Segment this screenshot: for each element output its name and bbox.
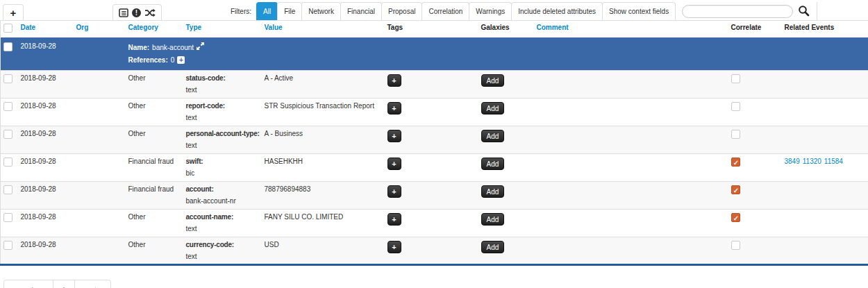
- row-select-checkbox[interactable]: [3, 213, 12, 222]
- current-page-button[interactable]: 1: [53, 280, 75, 288]
- table-row[interactable]: 2018-09-28 Financial fraud account: bank…: [1, 182, 868, 210]
- add-galaxy-button[interactable]: Add: [481, 130, 505, 142]
- search-icon[interactable]: [798, 5, 810, 18]
- search-cell: [675, 2, 817, 20]
- correlate-checkbox[interactable]: [731, 158, 740, 167]
- row-select-checkbox[interactable]: [3, 241, 12, 250]
- related-events-cell: [782, 99, 868, 126]
- add-tag-button[interactable]: +: [387, 130, 401, 142]
- column-label[interactable]: Comment: [537, 24, 569, 31]
- add-tag-button[interactable]: +: [387, 74, 401, 87]
- column-label[interactable]: Value: [265, 24, 283, 31]
- add-tag-button[interactable]: +: [387, 241, 401, 253]
- comment-cell: [534, 154, 728, 182]
- row-select-checkbox[interactable]: [3, 74, 12, 83]
- category-cell: Other: [126, 210, 183, 237]
- column-label[interactable]: Type: [186, 24, 202, 31]
- table-row[interactable]: 2018-09-28 Other status-code: text A - A…: [1, 71, 868, 99]
- add-reference-icon[interactable]: +: [177, 56, 185, 64]
- org-cell: [74, 237, 126, 265]
- next-page-button[interactable]: next »: [74, 280, 111, 288]
- add-galaxy-button[interactable]: Add: [481, 158, 505, 170]
- type-subtype: text: [186, 225, 259, 232]
- add-galaxy-button[interactable]: Add: [481, 213, 505, 226]
- related-events-cell: [782, 126, 868, 154]
- related-events-cell: [782, 71, 868, 99]
- category-cell: Other: [126, 71, 183, 99]
- row-select-checkbox[interactable]: [3, 185, 12, 194]
- search-input[interactable]: [682, 5, 793, 18]
- category-cell: Other: [126, 99, 183, 126]
- filter-tab-financial[interactable]: Financial: [340, 2, 382, 20]
- org-cell: [74, 210, 126, 237]
- add-galaxy-button[interactable]: Add: [481, 74, 505, 87]
- related-event-link[interactable]: 11584: [824, 158, 843, 165]
- exclamation-circle-icon[interactable]: !: [132, 8, 141, 17]
- column-label: Related Events: [785, 24, 835, 31]
- type-name: account-name:: [186, 213, 259, 221]
- column-label: Galaxies: [481, 24, 510, 31]
- filter-tab-show-context-fields[interactable]: Show context fields: [602, 2, 676, 20]
- row-select-checkbox[interactable]: [3, 102, 12, 111]
- column-header-org: Org: [74, 21, 126, 37]
- related-events-cell: [782, 210, 868, 237]
- add-attribute-button[interactable]: +: [3, 4, 24, 20]
- shuffle-icon[interactable]: [144, 8, 156, 17]
- table-row[interactable]: 2018-09-28 Other currency-code: text USD…: [1, 237, 868, 265]
- table-row[interactable]: 2018-09-28 Financial fraud swift: bic HA…: [1, 154, 868, 182]
- table-row[interactable]: 2018-09-28 Other personal-account-type: …: [1, 126, 868, 154]
- expand-icon[interactable]: [197, 42, 204, 53]
- category-cell: Other: [126, 126, 183, 154]
- date-cell: 2018-09-28: [18, 237, 74, 265]
- org-cell: [74, 182, 126, 210]
- date-cell: 2018-09-28: [18, 210, 74, 237]
- related-event-link[interactable]: 11320: [803, 158, 821, 165]
- type-subtype: text: [186, 114, 259, 121]
- add-galaxy-button[interactable]: Add: [481, 241, 505, 253]
- group-select-cell: [1, 37, 18, 71]
- correlate-checkbox[interactable]: [731, 130, 740, 139]
- value-cell: 788796894883: [265, 185, 311, 193]
- related-events-cell: [782, 182, 868, 210]
- row-select-checkbox[interactable]: [3, 130, 12, 139]
- column-label[interactable]: Category: [128, 24, 158, 31]
- object-group-row[interactable]: 2018-09-28 Name: bank-account: [1, 37, 868, 71]
- correlate-checkbox[interactable]: [731, 213, 740, 222]
- add-tag-button[interactable]: +: [387, 185, 401, 198]
- correlate-checkbox[interactable]: [731, 102, 740, 111]
- org-cell: [74, 99, 126, 126]
- add-galaxy-button[interactable]: Add: [481, 185, 505, 198]
- filter-tab-all[interactable]: All: [256, 2, 278, 20]
- filter-tab-correlation[interactable]: Correlation: [422, 2, 469, 20]
- add-galaxy-button[interactable]: Add: [481, 102, 505, 115]
- correlate-checkbox[interactable]: [731, 185, 740, 194]
- filter-tab-warnings[interactable]: Warnings: [469, 2, 512, 20]
- previous-page-button[interactable]: « previous: [3, 280, 53, 288]
- comment-cell: [534, 99, 728, 126]
- filter-tab-proposal[interactable]: Proposal: [381, 2, 422, 20]
- filter-tab-include-deleted-attributes[interactable]: Include deleted attributes: [511, 2, 603, 20]
- related-event-link[interactable]: 3849: [785, 158, 800, 165]
- table-row[interactable]: 2018-09-28 Other account-name: text FANY…: [1, 210, 868, 237]
- column-header-category: Category: [126, 21, 183, 37]
- add-tag-button[interactable]: +: [387, 213, 401, 226]
- select-all-checkbox[interactable]: [3, 24, 12, 33]
- add-tag-button[interactable]: +: [387, 102, 401, 115]
- filter-tab-network[interactable]: Network: [301, 2, 341, 20]
- column-label[interactable]: Org: [76, 24, 89, 31]
- type-subtype: text: [186, 142, 259, 149]
- list-alt-icon[interactable]: [119, 8, 128, 17]
- table-row[interactable]: 2018-09-28 Other report-code: text STR S…: [1, 99, 868, 126]
- column-label[interactable]: Date: [21, 24, 36, 31]
- row-select-checkbox[interactable]: [3, 158, 12, 167]
- correlate-checkbox[interactable]: [731, 74, 740, 83]
- group-name-label: Name:: [128, 42, 150, 53]
- comment-cell: [534, 182, 728, 210]
- add-tag-button[interactable]: +: [387, 158, 401, 170]
- filter-tab-file[interactable]: File: [277, 2, 302, 20]
- group-row-checkbox[interactable]: [3, 42, 12, 51]
- date-cell: 2018-09-28: [18, 182, 74, 210]
- value-cell: USD: [265, 241, 279, 248]
- correlate-checkbox[interactable]: [731, 241, 740, 250]
- comment-cell: [534, 71, 728, 99]
